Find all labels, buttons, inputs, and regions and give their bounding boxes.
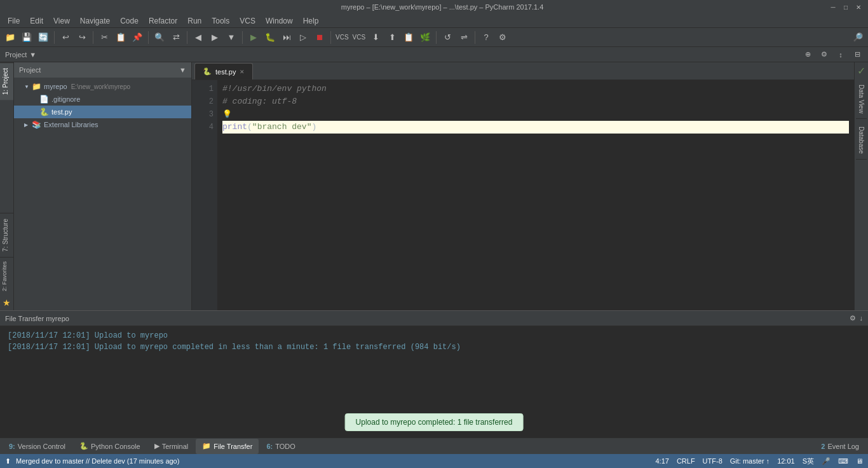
right-sidebar-tabs: ✓ Data View Database [854, 62, 868, 310]
code-editor[interactable]: #!/usr/bin/env python # coding: utf-8 💡 … [217, 80, 854, 310]
menu-file[interactable]: File [3, 14, 25, 28]
toolbar-open-btn[interactable]: 📁 [3, 30, 18, 45]
sidebar-tab-database[interactable]: Database [856, 121, 867, 160]
toolbar-run-config-btn[interactable]: ⚙ [495, 30, 510, 45]
sidebar-tab-dataview[interactable]: Data View [856, 79, 867, 119]
tab-close-testpy[interactable]: ✕ [240, 69, 245, 75]
menu-view[interactable]: View [48, 14, 75, 28]
bottom-tab-icon-python: 🐍 [79, 442, 88, 450]
code-print-kw: print [222, 121, 247, 134]
status-keyboard-icon: ⌨ [838, 457, 848, 465]
code-paren-open: ( [247, 121, 252, 134]
status-time: 12:01 [777, 457, 795, 465]
bottom-tab-icon-terminal: ▶ [154, 442, 159, 450]
bottom-tab-pythonconsole[interactable]: 🐍 Python Console [73, 439, 147, 454]
bottom-tab-filetransfer[interactable]: 📁 File Transfer [196, 439, 259, 454]
toolbar-dropdown-btn[interactable]: ▼ [224, 30, 239, 45]
bottom-tab-versioncontrol[interactable]: 9: Version Control [3, 439, 72, 454]
maximize-button[interactable]: □ [841, 3, 850, 11]
toolbar-replace-btn[interactable]: ⇄ [168, 30, 184, 45]
minimize-button[interactable]: ─ [829, 3, 837, 11]
toolbar-stop-btn[interactable]: ⏹ [312, 30, 327, 45]
menu-edit[interactable]: Edit [25, 14, 48, 28]
nav-sort-btn[interactable]: ↕ [835, 49, 846, 60]
project-breadcrumb[interactable]: Project [5, 51, 27, 59]
menu-navigate[interactable]: Navigate [75, 14, 115, 28]
status-charset[interactable]: UTF-8 [703, 457, 722, 465]
toolbar-vcs-label-1: VCS [334, 34, 350, 41]
toolbar-back-btn[interactable]: ◀ [191, 30, 206, 45]
menu-tools[interactable]: Tools [207, 14, 234, 28]
code-string: "branch dev" [252, 121, 312, 134]
toolbar-cut-btn[interactable]: ✂ [97, 30, 112, 45]
toolbar-help-btn[interactable]: ? [478, 30, 494, 45]
status-vcs[interactable]: Git: master ↑ [730, 457, 770, 465]
status-monitor-icon: 🖥 [856, 457, 863, 465]
toolbar-vcs-branch-btn[interactable]: 🌿 [417, 30, 433, 45]
title-bar: myrepo – [E:\new_work\myrepo] – ...\test… [0, 0, 868, 14]
menu-help[interactable]: Help [298, 14, 324, 28]
tree-item-testpy[interactable]: 🐍 test.py [14, 106, 191, 118]
tree-label-extlibs: External Libraries [44, 121, 98, 128]
toolbar-search-everywhere-btn[interactable]: 🔎 [850, 30, 865, 45]
toolbar-sync-btn[interactable]: 🔄 [36, 30, 51, 45]
code-text-1: #!/usr/bin/env python [222, 83, 327, 95]
tree-label-testpy: test.py [51, 108, 72, 116]
status-position[interactable]: 4:17 [655, 457, 668, 465]
tree-item-myrepo[interactable]: ▼ 📁 myrepo E:\new_work\myrepo [14, 80, 191, 93]
sidebar-tab-structure[interactable]: 7: Structure [0, 213, 13, 257]
tab-label-testpy: test.py [215, 68, 236, 76]
sidebar-tab-project[interactable]: 1: Project [0, 62, 13, 100]
bottom-panel-settings-icon[interactable]: ⚙ [850, 314, 856, 322]
menu-refactor[interactable]: Refactor [144, 14, 182, 28]
bottom-panel-title: File Transfer myrepo [5, 315, 69, 322]
status-vcs-icon: ⬆ [5, 457, 11, 465]
toolbar-save-btn[interactable]: 💾 [19, 30, 34, 45]
nav-collapse-btn[interactable]: ⊟ [851, 49, 863, 60]
toolbar-vcs-update-btn[interactable]: ⬇ [368, 30, 383, 45]
bottom-tab-label-python: Python Console [91, 443, 140, 450]
tree-label-gitignore: .gitignore [51, 95, 80, 103]
toolbar-copy-btn[interactable]: 📋 [113, 30, 128, 45]
log-line-1: [2018/11/17 12:01] Upload to myrepo [8, 330, 860, 341]
line-numbers: 1 2 3 4 [192, 80, 217, 310]
bottom-tab-eventlog[interactable]: 2 Event Log [815, 439, 865, 454]
toolbar-search-btn[interactable]: 🔍 [152, 30, 167, 45]
tree-item-extlibs[interactable]: ▶ 📚 External Libraries [14, 118, 191, 131]
editor-tab-testpy[interactable]: 🐍 test.py ✕ [194, 63, 253, 79]
toolbar-merge-btn[interactable]: ⇌ [456, 30, 471, 45]
bottom-tab-label-terminal: Terminal [162, 443, 189, 450]
toolbar-step-btn[interactable]: ⏭ [279, 30, 294, 45]
menu-code[interactable]: Code [115, 14, 144, 28]
toolbar-paste-btn[interactable]: 📌 [130, 30, 145, 45]
menu-vcs[interactable]: VCS [234, 14, 261, 28]
toolbar-debug-btn[interactable]: 🐛 [262, 30, 278, 45]
bottom-tab-label-vc: Version Control [18, 443, 65, 450]
bottom-tab-label-eventlog: Event Log [827, 443, 859, 450]
menu-run[interactable]: Run [182, 14, 207, 28]
tree-item-gitignore[interactable]: 📄 .gitignore [14, 93, 191, 106]
toolbar-vcs-label-2: VCS [351, 34, 367, 41]
nav-settings-btn[interactable]: ⚙ [818, 49, 830, 60]
main-layout: 1: Project 7: Structure 2: Favorites ★ P… [0, 62, 868, 310]
toolbar-fwd-btn[interactable]: ▶ [207, 30, 222, 45]
toolbar-vcs-history-btn[interactable]: 📋 [401, 30, 416, 45]
toolbar-sep-4 [187, 31, 187, 44]
bottom-tab-todo[interactable]: 6: TODO [260, 439, 301, 454]
toolbar-resume-btn[interactable]: ▷ [295, 30, 311, 45]
bottom-tab-terminal[interactable]: ▶ Terminal [148, 439, 195, 454]
toolbar-redo-btn[interactable]: ↪ [74, 30, 90, 45]
status-crlf[interactable]: CRLF [677, 457, 695, 465]
bottom-panel-close-icon[interactable]: ↓ [860, 314, 864, 322]
toolbar-undo-btn[interactable]: ↩ [58, 30, 73, 45]
toolbar-revert-btn[interactable]: ↺ [440, 30, 455, 45]
nav-locate-btn[interactable]: ⊕ [802, 49, 813, 60]
menu-window[interactable]: Window [261, 14, 298, 28]
toolbar-run-btn[interactable]: ▶ [246, 30, 261, 45]
close-button[interactable]: ✕ [854, 3, 863, 11]
toolbar-vcs-push-btn[interactable]: ⬆ [384, 30, 400, 45]
breadcrumb-dropdown[interactable]: ▼ [29, 51, 36, 59]
sidebar-tab-favorites[interactable]: 2: Favorites [0, 257, 13, 295]
project-panel-dropdown[interactable]: ▼ [179, 66, 186, 74]
status-sougou-icon: S英 [803, 457, 814, 466]
